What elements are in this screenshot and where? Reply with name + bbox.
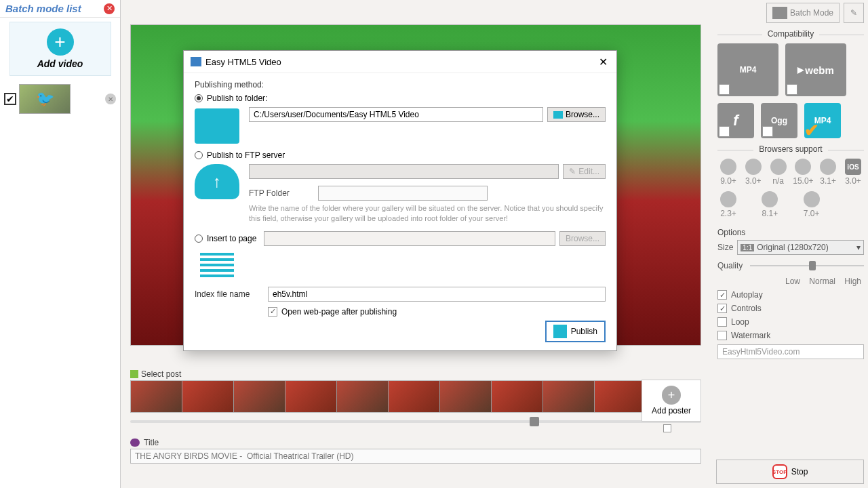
poster-frame[interactable] bbox=[492, 381, 543, 412]
poster-label: Select post bbox=[141, 369, 181, 379]
insert-page-radio[interactable] bbox=[195, 235, 203, 243]
ftp-hint: Write the name of the folder where your … bbox=[249, 203, 606, 224]
title-section: Title bbox=[130, 438, 701, 464]
publish-ftp-radio[interactable] bbox=[195, 151, 203, 159]
windows-icon bbox=[762, 191, 778, 207]
insert-page-input[interactable] bbox=[264, 231, 555, 246]
poster-filmstrip[interactable]: ANGRY BIRDS MOVIE bbox=[130, 380, 701, 413]
poster-checkbox[interactable] bbox=[663, 424, 671, 432]
checkmark-icon: ✔ bbox=[804, 120, 819, 141]
poster-frame[interactable] bbox=[389, 381, 440, 412]
open-after-checkbox[interactable] bbox=[268, 307, 277, 317]
folder-small-icon bbox=[553, 111, 563, 119]
sidebar-title: Batch mode list bbox=[5, 3, 104, 14]
browser-bb: 7.0+ bbox=[801, 191, 823, 218]
safari-icon bbox=[770, 159, 787, 175]
options-heading: Options bbox=[717, 228, 864, 237]
ftp-server-select[interactable] bbox=[249, 164, 559, 179]
dialog-close-button[interactable]: ✕ bbox=[596, 55, 610, 68]
publish-dialog: Easy HTML5 Video ✕ Publishing method: Pu… bbox=[183, 50, 617, 351]
batch-item-thumbnail[interactable]: 🐦 bbox=[19, 84, 71, 114]
format-mp4low-tile[interactable]: MP4✔ bbox=[804, 103, 841, 138]
wand-icon: ✎ bbox=[850, 8, 857, 18]
compatibility-heading: Compatibility bbox=[762, 29, 820, 39]
watermark-input[interactable] bbox=[717, 344, 864, 359]
watermark-checkbox[interactable] bbox=[717, 331, 727, 340]
publish-icon bbox=[553, 325, 567, 338]
stop-button[interactable]: STOP Stop bbox=[716, 460, 864, 484]
size-label: Size bbox=[717, 243, 733, 252]
poster-frame[interactable] bbox=[131, 381, 182, 412]
quality-label: Quality bbox=[717, 261, 746, 270]
pencil-icon: ✎ bbox=[569, 167, 576, 176]
ftp-edit-button[interactable]: ✎Edit... bbox=[563, 164, 606, 179]
batch-item-remove[interactable]: ✕ bbox=[105, 94, 116, 104]
quality-slider[interactable] bbox=[750, 259, 864, 272]
batch-mode-label: Batch Mode bbox=[790, 8, 833, 18]
batch-mode-button[interactable]: Batch Mode bbox=[766, 3, 840, 23]
poster-frame[interactable] bbox=[234, 381, 285, 412]
add-video-label: Add video bbox=[37, 58, 83, 69]
poster-frame[interactable] bbox=[595, 381, 646, 412]
folder-path-input[interactable] bbox=[249, 107, 543, 122]
poster-slider-thumb[interactable] bbox=[530, 417, 539, 426]
title-input[interactable] bbox=[130, 449, 701, 464]
poster-section: Select post ANGRY BIRDS MOVIE bbox=[130, 369, 701, 428]
format-checkbox[interactable] bbox=[719, 84, 730, 95]
plus-icon: + bbox=[662, 386, 681, 405]
format-checkbox[interactable] bbox=[719, 126, 730, 137]
loop-checkbox[interactable] bbox=[717, 317, 727, 327]
open-after-label: Open web-page after publishing bbox=[281, 307, 397, 317]
publish-ftp-label: Publish to FTP server bbox=[207, 150, 285, 160]
firefox-icon bbox=[820, 159, 836, 175]
browse-folder-button[interactable]: Browse... bbox=[547, 107, 606, 122]
poster-slider[interactable] bbox=[130, 415, 701, 428]
size-select[interactable]: 1:1Original (868x488)▾ bbox=[737, 240, 864, 255]
poster-frame[interactable] bbox=[440, 381, 492, 412]
format-webm-tile[interactable]: ▶webm bbox=[785, 43, 846, 96]
poster-icon bbox=[130, 370, 138, 378]
format-mp4-tile[interactable]: MP4 bbox=[717, 43, 778, 96]
poster-frame[interactable] bbox=[182, 381, 234, 412]
autoplay-checkbox[interactable] bbox=[717, 290, 727, 300]
android-icon bbox=[720, 191, 736, 207]
index-file-input[interactable] bbox=[268, 287, 606, 302]
format-checkbox[interactable] bbox=[787, 84, 797, 95]
add-poster-label: Add poster bbox=[652, 406, 691, 415]
stop-icon: STOP bbox=[772, 464, 787, 479]
poster-frame[interactable] bbox=[543, 381, 595, 412]
format-flash-tile[interactable]: f bbox=[717, 103, 754, 138]
browser-ios: iOS3.0+ bbox=[842, 159, 864, 186]
batch-item-checkbox[interactable]: ✔ bbox=[4, 93, 16, 105]
folder-icon bbox=[195, 108, 239, 144]
add-video-button[interactable]: + Add video bbox=[9, 22, 111, 76]
ios-icon: iOS bbox=[845, 159, 861, 175]
ie-icon bbox=[720, 159, 736, 175]
film-icon bbox=[772, 7, 787, 19]
browser-android: 2.3+ bbox=[717, 191, 739, 218]
controls-checkbox[interactable] bbox=[717, 304, 727, 313]
browser-firefox: 3.1+ bbox=[817, 159, 839, 186]
format-ogg-tile[interactable]: Ogg bbox=[761, 103, 797, 138]
poster-frame[interactable] bbox=[337, 381, 389, 412]
dialog-title: Easy HTML5 Video bbox=[205, 57, 596, 67]
browser-chrome: 3.0+ bbox=[743, 159, 764, 186]
chrome-icon bbox=[745, 159, 762, 175]
publish-button[interactable]: Publish bbox=[545, 321, 606, 342]
browser-safari: n/a bbox=[768, 159, 789, 186]
close-sidebar-button[interactable]: ✕ bbox=[104, 3, 115, 14]
opera-icon bbox=[795, 159, 811, 175]
index-file-label: Index file name bbox=[195, 289, 257, 299]
app-icon bbox=[191, 57, 201, 66]
add-poster-button[interactable]: + Add poster bbox=[642, 380, 701, 422]
quality-slider-thumb[interactable] bbox=[809, 261, 816, 270]
batch-list-item[interactable]: ✔ 🐦 ✕ bbox=[0, 80, 120, 118]
browse-page-button[interactable]: Browse... bbox=[559, 231, 606, 246]
publish-folder-radio[interactable] bbox=[195, 94, 203, 102]
wand-button[interactable]: ✎ bbox=[844, 3, 864, 23]
browser-windows: 8.1+ bbox=[759, 191, 781, 218]
browsers-heading: Browsers support bbox=[753, 144, 827, 154]
poster-frame[interactable] bbox=[285, 381, 337, 412]
ftp-folder-input[interactable] bbox=[318, 186, 488, 201]
format-checkbox[interactable] bbox=[762, 126, 773, 137]
